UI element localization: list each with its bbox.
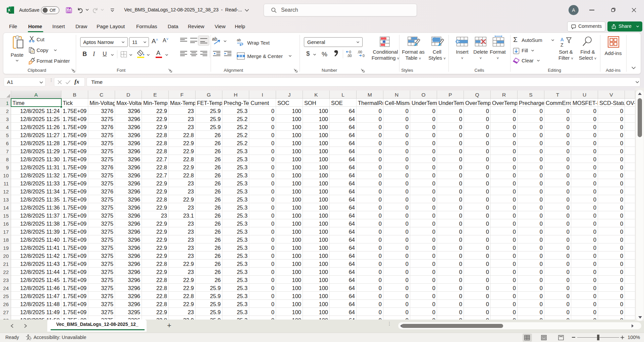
svg-text:Z: Z [560,42,564,48]
svg-text:0: 0 [363,54,365,58]
svg-text:.00: .00 [347,54,352,58]
svg-text:?: ? [30,337,32,341]
svg-text:A: A [560,37,564,42]
svg-text:X: X [8,8,10,12]
svg-text:.00: .00 [357,50,362,54]
svg-text:ab: ab [237,38,241,42]
